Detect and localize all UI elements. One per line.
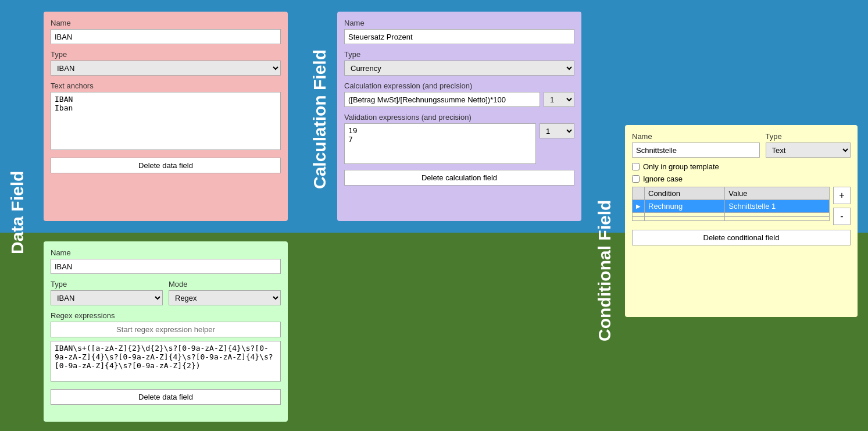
- cond-name-type-row: Name Type Text Number Date Currency: [632, 132, 851, 158]
- cond-type-select[interactable]: Text Number Date Currency: [766, 143, 851, 158]
- text-anchors-group: Text anchors IBAN Iban: [51, 81, 281, 152]
- delete-data-field-top-button[interactable]: Delete data field: [51, 158, 281, 173]
- text-anchors-input[interactable]: IBAN Iban: [51, 92, 281, 150]
- name-input-bottom[interactable]: [51, 259, 281, 274]
- validation-input[interactable]: 19 7: [344, 123, 536, 164]
- regex-group: Regex expressions Start regex expression…: [51, 311, 281, 383]
- type-mode-row: Type IBAN Text Number Mode Regex Simple …: [51, 280, 281, 305]
- validation-label: Validation expressions (and precision): [344, 113, 574, 122]
- regex-input[interactable]: IBAN\s+([a-zA-Z]{2}\d{2}\s?[0-9a-zA-Z]{4…: [51, 341, 281, 382]
- row-arrow: ▶: [633, 200, 645, 213]
- type-group: Type IBAN Text Number Date Currency: [51, 50, 281, 76]
- ignore-case-label: Ignore case: [643, 174, 683, 183]
- only-in-group-label: Only in group template: [643, 162, 719, 171]
- calc-name-label: Name: [344, 19, 574, 27]
- data-field-panel-top: Name Type IBAN Text Number Date Currency…: [44, 12, 288, 221]
- empty-condition2: [645, 217, 725, 221]
- table-row[interactable]: ▶ Rechnung Schnittstelle 1: [633, 200, 830, 213]
- type-label-bottom: Type: [51, 280, 163, 288]
- cond-type-label: Type: [766, 132, 851, 141]
- data-field-panel-bottom: Name Type IBAN Text Number Mode Regex Si…: [44, 241, 288, 422]
- cond-name-label: Name: [632, 132, 760, 141]
- calc-precision-select[interactable]: 1 2 3: [544, 92, 574, 107]
- validation-group: Validation expressions (and precision) 1…: [344, 113, 574, 164]
- empty-value: [725, 213, 830, 217]
- table-row-empty-2: [633, 217, 830, 221]
- calc-expr-label: Calculation expression (and precision): [344, 81, 574, 90]
- cond-table-wrap: Condition Value ▶ Rechnung Schnittstelle…: [632, 187, 830, 225]
- calc-expr-input[interactable]: [344, 92, 540, 107]
- cond-side-buttons: + -: [833, 187, 851, 225]
- only-in-group-row: Only in group template: [632, 162, 851, 171]
- name-input[interactable]: [51, 29, 281, 44]
- value-col-header: Value: [725, 187, 830, 200]
- type-select[interactable]: IBAN Text Number Date Currency: [51, 60, 281, 76]
- empty-condition: [645, 213, 725, 217]
- delete-conditional-field-button[interactable]: Delete conditional field: [632, 230, 851, 245]
- delete-data-field-bottom-button[interactable]: Delete data field: [51, 389, 281, 405]
- calc-expr-precision-row: 1 2 3: [344, 92, 574, 107]
- name-group-bottom: Name: [51, 248, 281, 274]
- empty-arrow2: [633, 217, 645, 221]
- calculation-field-panel: Name Type Currency Text Number Date Calc…: [337, 12, 581, 221]
- name-group: Name: [51, 19, 281, 44]
- add-condition-button[interactable]: +: [833, 187, 851, 204]
- cond-type-col: Type Text Number Date Currency: [766, 132, 851, 158]
- ignore-case-checkbox[interactable]: [632, 175, 640, 183]
- regex-label: Regex expressions: [51, 311, 281, 320]
- text-anchors-label: Text anchors: [51, 81, 281, 90]
- delete-calculation-field-button[interactable]: Delete calculation field: [344, 170, 574, 186]
- start-regex-helper-button[interactable]: Start regex expression helper: [51, 322, 281, 337]
- calc-name-group: Name: [344, 19, 574, 44]
- calc-type-label: Type: [344, 50, 574, 59]
- validation-precision-select[interactable]: 1 2 3: [540, 123, 574, 138]
- mode-col: Mode Regex Simple Advanced: [169, 280, 281, 305]
- cond-table: Condition Value ▶ Rechnung Schnittstelle…: [632, 187, 830, 221]
- arrow-col-header: [633, 187, 645, 200]
- name-label: Name: [51, 19, 281, 27]
- remove-condition-button[interactable]: -: [833, 208, 851, 225]
- ignore-case-row: Ignore case: [632, 174, 851, 183]
- calculation-field-label: Calculation Field: [302, 0, 337, 238]
- mode-label: Mode: [169, 280, 281, 288]
- calc-type-select[interactable]: Currency Text Number Date: [344, 60, 574, 76]
- name-label-bottom: Name: [51, 248, 281, 257]
- calc-type-group: Type Currency Text Number Date: [344, 50, 574, 76]
- table-row-empty-1: [633, 213, 830, 217]
- cond-name-col: Name: [632, 132, 760, 158]
- calc-name-input[interactable]: [344, 29, 574, 44]
- data-field-label: Data Field: [0, 29, 35, 396]
- empty-value2: [725, 217, 830, 221]
- row-value: Schnittstelle 1: [725, 200, 830, 213]
- type-select-bottom[interactable]: IBAN Text Number: [51, 290, 163, 305]
- calc-expr-group: Calculation expression (and precision) 1…: [344, 81, 574, 107]
- type-label: Type: [51, 50, 281, 59]
- validation-precision-row: 19 7 1 2 3: [344, 123, 574, 164]
- conditional-field-label: Conditional Field: [587, 116, 622, 425]
- cond-name-input[interactable]: [632, 143, 760, 158]
- only-in-group-checkbox[interactable]: [632, 163, 640, 170]
- row-condition: Rechnung: [645, 200, 725, 213]
- empty-arrow: [633, 213, 645, 217]
- mode-select[interactable]: Regex Simple Advanced: [169, 290, 281, 305]
- cond-controls: Condition Value ▶ Rechnung Schnittstelle…: [632, 187, 851, 225]
- conditional-field-panel: Name Type Text Number Date Currency Only…: [625, 125, 858, 317]
- type-col: Type IBAN Text Number: [51, 280, 163, 305]
- condition-col-header: Condition: [645, 187, 725, 200]
